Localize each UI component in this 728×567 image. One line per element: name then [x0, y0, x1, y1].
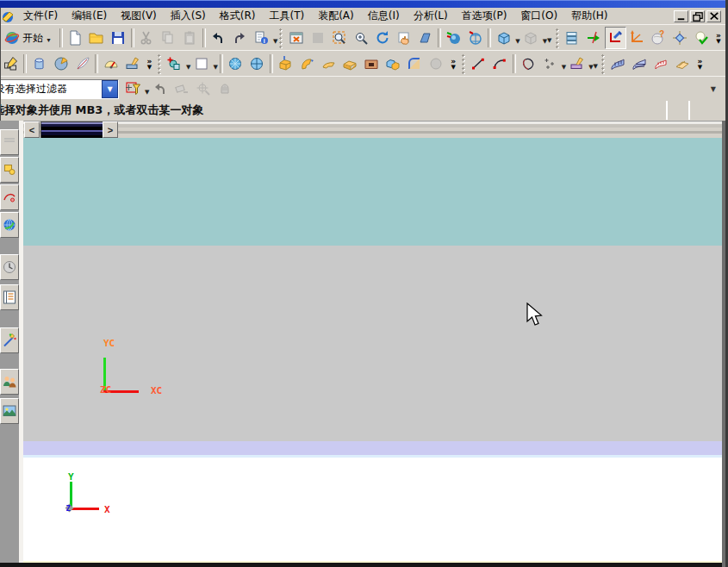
tab-blank[interactable] — [0, 129, 19, 155]
tab-roles[interactable] — [0, 327, 19, 353]
app-icon — [1, 9, 15, 22]
toolbar-separator — [131, 28, 134, 47]
sphere-trim-button[interactable] — [50, 53, 72, 75]
modeling-toolbar-overflow[interactable]: »▼ — [143, 53, 156, 75]
selection-filter-input[interactable] — [0, 82, 96, 97]
dropdown-arrow-icon[interactable]: ▼ — [547, 38, 551, 44]
pocket-button[interactable] — [361, 53, 383, 75]
restore-button[interactable] — [690, 10, 705, 22]
selection-filter-button[interactable] — [122, 78, 144, 100]
perspective-button[interactable] — [414, 27, 436, 49]
wcs-orient-button[interactable] — [626, 27, 648, 49]
unite-button[interactable] — [383, 53, 404, 75]
through-curves-button[interactable] — [629, 53, 650, 75]
sheet-button-dropdown-icon[interactable]: ▼ — [213, 65, 217, 71]
point-button[interactable] — [539, 53, 561, 75]
menu-preferences[interactable]: 首选项(P) — [455, 7, 514, 25]
select-point-button — [192, 78, 214, 100]
bounded-plane-button[interactable] — [672, 53, 694, 75]
projection-button[interactable] — [121, 53, 143, 75]
text-button[interactable] — [566, 53, 588, 75]
tab-history[interactable] — [0, 254, 19, 280]
menu-assemblies[interactable]: 装配(A) — [311, 7, 361, 25]
selection-filter-combobox[interactable]: ▼ — [0, 79, 119, 99]
display-information-button-dropdown-icon[interactable]: ▼ — [273, 39, 277, 45]
copy-button — [158, 27, 179, 49]
tab-web-browser[interactable] — [0, 212, 19, 238]
open-file-button[interactable] — [86, 27, 108, 49]
menu-insert[interactable]: 插入(S) — [164, 7, 213, 25]
toolbar-drag-handle[interactable] — [600, 53, 607, 74]
sweep-along-guide-button[interactable] — [318, 53, 339, 75]
tab-constraint-navigator[interactable] — [0, 184, 19, 210]
pan-button[interactable] — [393, 27, 414, 49]
block-button[interactable] — [28, 53, 50, 75]
edit-feature-button[interactable] — [0, 53, 22, 75]
datum-csys-button[interactable] — [246, 53, 268, 75]
redo-button[interactable] — [229, 27, 251, 49]
tab-part-navigator[interactable] — [0, 284, 19, 310]
swept-surface-button[interactable] — [650, 53, 672, 75]
scrollbar-thumb[interactable] — [40, 122, 103, 140]
analysis-gauge-button[interactable] — [100, 53, 121, 75]
close-button[interactable] — [706, 10, 721, 22]
graphics-viewport[interactable] — [23, 138, 722, 562]
rotate-view-button[interactable] — [371, 27, 393, 49]
layer-settings-button[interactable] — [562, 27, 583, 49]
sheet-button[interactable] — [190, 53, 212, 75]
line-button[interactable] — [468, 53, 489, 75]
display-information-button[interactable]: i — [251, 27, 272, 49]
scroll-right-button[interactable]: > — [103, 122, 118, 138]
combobox-dropdown-icon[interactable]: ▼ — [102, 80, 118, 98]
confirm-view-button[interactable] — [691, 27, 712, 49]
menu-help[interactable]: 帮助(H) — [564, 7, 614, 25]
sketch-button[interactable] — [164, 53, 185, 75]
tab-assembly-navigator[interactable] — [0, 157, 19, 183]
toolbar-drag-handle[interactable] — [278, 28, 284, 48]
edge-blend-button[interactable] — [404, 53, 426, 75]
menu-file[interactable]: 文件(F) — [16, 7, 65, 25]
revolve-button[interactable] — [296, 53, 318, 75]
surface-toolbar-overflow[interactable]: »▼ — [694, 53, 706, 75]
display-mode-button[interactable] — [493, 27, 514, 49]
toolbar-drag-handle[interactable] — [157, 53, 163, 74]
save-button[interactable] — [108, 27, 129, 49]
extrude-button[interactable] — [275, 53, 296, 75]
menu-tools[interactable]: 工具(T) — [262, 7, 311, 25]
spline-button[interactable] — [518, 53, 539, 75]
view-section-button[interactable] — [583, 27, 605, 49]
menu-information[interactable]: 信息(I) — [361, 7, 407, 25]
menu-window[interactable]: 窗口(O) — [513, 7, 564, 25]
dropdown-arrow-icon[interactable]: ▼ — [594, 64, 598, 70]
tab-users[interactable] — [0, 369, 19, 395]
start-button[interactable]: 开始▼ — [0, 27, 58, 49]
view-toolbar-overflow[interactable]: »▼ — [712, 27, 725, 49]
sweep-button[interactable] — [72, 53, 93, 75]
toolbar-drag-handle[interactable] — [555, 28, 561, 48]
shaded-view-button[interactable] — [443, 27, 464, 49]
menu-analysis[interactable]: 分析(L) — [407, 7, 455, 25]
ruled-surface-button[interactable] — [607, 53, 629, 75]
undo-button[interactable] — [208, 27, 229, 49]
rotate-reference-button[interactable]: ? — [648, 27, 669, 49]
new-file-button[interactable] — [65, 27, 86, 49]
wireframe-view-button[interactable] — [464, 27, 486, 49]
toolbar-drag-handle[interactable] — [461, 53, 467, 74]
fit-view-button[interactable] — [328, 27, 350, 49]
toolbar-separator — [23, 54, 27, 73]
scroll-left-button[interactable]: < — [24, 122, 40, 138]
menu-format[interactable]: 格式(R) — [213, 7, 263, 25]
form-feature-overflow[interactable]: »▼ — [447, 53, 460, 75]
snap-view-button[interactable] — [669, 27, 691, 49]
datum-plane-button[interactable] — [225, 53, 246, 75]
zoom-button[interactable] — [350, 27, 371, 49]
menu-edit[interactable]: 编辑(E) — [65, 7, 114, 25]
pad-button[interactable] — [339, 53, 361, 75]
menu-view[interactable]: 视图(V) — [114, 7, 164, 25]
wcs-dynamics-button[interactable] — [605, 27, 626, 49]
toolbar-options-icon[interactable]: ▼ — [711, 85, 716, 93]
arc-button[interactable] — [489, 53, 511, 75]
close-window-button[interactable] — [285, 27, 307, 49]
tab-palettes[interactable] — [0, 398, 19, 424]
minimize-button[interactable] — [674, 10, 688, 22]
